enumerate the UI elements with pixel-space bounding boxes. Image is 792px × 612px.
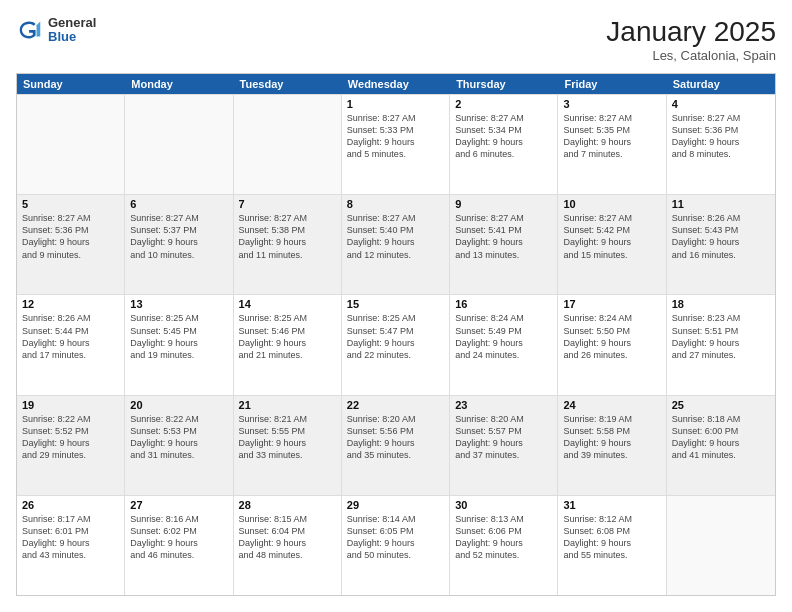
day-number: 27 <box>130 499 227 511</box>
day-info: Sunrise: 8:22 AM Sunset: 5:53 PM Dayligh… <box>130 413 227 462</box>
day-cell: 5Sunrise: 8:27 AM Sunset: 5:36 PM Daylig… <box>17 195 125 294</box>
day-number: 29 <box>347 499 444 511</box>
day-info: Sunrise: 8:12 AM Sunset: 6:08 PM Dayligh… <box>563 513 660 562</box>
day-cell: 22Sunrise: 8:20 AM Sunset: 5:56 PM Dayli… <box>342 396 450 495</box>
logo-text: General Blue <box>48 16 96 45</box>
day-info: Sunrise: 8:25 AM Sunset: 5:45 PM Dayligh… <box>130 312 227 361</box>
day-info: Sunrise: 8:18 AM Sunset: 6:00 PM Dayligh… <box>672 413 770 462</box>
header: General Blue January 2025 Les, Catalonia… <box>16 16 776 63</box>
day-cell: 4Sunrise: 8:27 AM Sunset: 5:36 PM Daylig… <box>667 95 775 194</box>
day-number: 5 <box>22 198 119 210</box>
day-info: Sunrise: 8:26 AM Sunset: 5:43 PM Dayligh… <box>672 212 770 261</box>
day-info: Sunrise: 8:24 AM Sunset: 5:49 PM Dayligh… <box>455 312 552 361</box>
day-info: Sunrise: 8:27 AM Sunset: 5:38 PM Dayligh… <box>239 212 336 261</box>
day-number: 21 <box>239 399 336 411</box>
week-row: 1Sunrise: 8:27 AM Sunset: 5:33 PM Daylig… <box>17 94 775 194</box>
day-info: Sunrise: 8:27 AM Sunset: 5:42 PM Dayligh… <box>563 212 660 261</box>
day-number: 13 <box>130 298 227 310</box>
day-info: Sunrise: 8:27 AM Sunset: 5:33 PM Dayligh… <box>347 112 444 161</box>
day-number: 18 <box>672 298 770 310</box>
day-cell: 23Sunrise: 8:20 AM Sunset: 5:57 PM Dayli… <box>450 396 558 495</box>
day-cell: 18Sunrise: 8:23 AM Sunset: 5:51 PM Dayli… <box>667 295 775 394</box>
day-info: Sunrise: 8:23 AM Sunset: 5:51 PM Dayligh… <box>672 312 770 361</box>
day-number: 8 <box>347 198 444 210</box>
day-number: 16 <box>455 298 552 310</box>
day-number: 6 <box>130 198 227 210</box>
day-number: 12 <box>22 298 119 310</box>
logo: General Blue <box>16 16 96 45</box>
day-info: Sunrise: 8:13 AM Sunset: 6:06 PM Dayligh… <box>455 513 552 562</box>
day-number: 15 <box>347 298 444 310</box>
day-info: Sunrise: 8:27 AM Sunset: 5:36 PM Dayligh… <box>22 212 119 261</box>
day-number: 2 <box>455 98 552 110</box>
day-cell <box>234 95 342 194</box>
day-info: Sunrise: 8:27 AM Sunset: 5:41 PM Dayligh… <box>455 212 552 261</box>
day-info: Sunrise: 8:27 AM Sunset: 5:37 PM Dayligh… <box>130 212 227 261</box>
logo-blue: Blue <box>48 30 96 44</box>
day-number: 4 <box>672 98 770 110</box>
day-cell: 9Sunrise: 8:27 AM Sunset: 5:41 PM Daylig… <box>450 195 558 294</box>
day-header: Sunday <box>17 74 125 94</box>
day-headers: SundayMondayTuesdayWednesdayThursdayFrid… <box>17 74 775 94</box>
day-cell <box>667 496 775 595</box>
day-info: Sunrise: 8:25 AM Sunset: 5:47 PM Dayligh… <box>347 312 444 361</box>
day-number: 31 <box>563 499 660 511</box>
day-info: Sunrise: 8:24 AM Sunset: 5:50 PM Dayligh… <box>563 312 660 361</box>
day-cell: 17Sunrise: 8:24 AM Sunset: 5:50 PM Dayli… <box>558 295 666 394</box>
day-number: 25 <box>672 399 770 411</box>
day-header: Monday <box>125 74 233 94</box>
day-cell: 10Sunrise: 8:27 AM Sunset: 5:42 PM Dayli… <box>558 195 666 294</box>
week-row: 19Sunrise: 8:22 AM Sunset: 5:52 PM Dayli… <box>17 395 775 495</box>
day-cell: 6Sunrise: 8:27 AM Sunset: 5:37 PM Daylig… <box>125 195 233 294</box>
location: Les, Catalonia, Spain <box>606 48 776 63</box>
week-row: 5Sunrise: 8:27 AM Sunset: 5:36 PM Daylig… <box>17 194 775 294</box>
week-row: 12Sunrise: 8:26 AM Sunset: 5:44 PM Dayli… <box>17 294 775 394</box>
day-cell: 30Sunrise: 8:13 AM Sunset: 6:06 PM Dayli… <box>450 496 558 595</box>
day-number: 9 <box>455 198 552 210</box>
calendar: SundayMondayTuesdayWednesdayThursdayFrid… <box>16 73 776 596</box>
day-cell <box>17 95 125 194</box>
day-cell: 28Sunrise: 8:15 AM Sunset: 6:04 PM Dayli… <box>234 496 342 595</box>
page: General Blue January 2025 Les, Catalonia… <box>0 0 792 612</box>
day-cell: 24Sunrise: 8:19 AM Sunset: 5:58 PM Dayli… <box>558 396 666 495</box>
day-cell: 21Sunrise: 8:21 AM Sunset: 5:55 PM Dayli… <box>234 396 342 495</box>
day-number: 19 <box>22 399 119 411</box>
title-area: January 2025 Les, Catalonia, Spain <box>606 16 776 63</box>
day-cell: 16Sunrise: 8:24 AM Sunset: 5:49 PM Dayli… <box>450 295 558 394</box>
day-cell: 20Sunrise: 8:22 AM Sunset: 5:53 PM Dayli… <box>125 396 233 495</box>
day-info: Sunrise: 8:20 AM Sunset: 5:57 PM Dayligh… <box>455 413 552 462</box>
day-cell: 19Sunrise: 8:22 AM Sunset: 5:52 PM Dayli… <box>17 396 125 495</box>
day-info: Sunrise: 8:15 AM Sunset: 6:04 PM Dayligh… <box>239 513 336 562</box>
day-number: 7 <box>239 198 336 210</box>
day-info: Sunrise: 8:27 AM Sunset: 5:40 PM Dayligh… <box>347 212 444 261</box>
day-number: 20 <box>130 399 227 411</box>
day-header: Friday <box>558 74 666 94</box>
day-cell: 31Sunrise: 8:12 AM Sunset: 6:08 PM Dayli… <box>558 496 666 595</box>
day-info: Sunrise: 8:26 AM Sunset: 5:44 PM Dayligh… <box>22 312 119 361</box>
day-header: Saturday <box>667 74 775 94</box>
day-number: 10 <box>563 198 660 210</box>
day-cell: 27Sunrise: 8:16 AM Sunset: 6:02 PM Dayli… <box>125 496 233 595</box>
day-info: Sunrise: 8:20 AM Sunset: 5:56 PM Dayligh… <box>347 413 444 462</box>
day-info: Sunrise: 8:19 AM Sunset: 5:58 PM Dayligh… <box>563 413 660 462</box>
weeks: 1Sunrise: 8:27 AM Sunset: 5:33 PM Daylig… <box>17 94 775 595</box>
day-number: 23 <box>455 399 552 411</box>
day-header: Tuesday <box>234 74 342 94</box>
day-info: Sunrise: 8:16 AM Sunset: 6:02 PM Dayligh… <box>130 513 227 562</box>
day-cell: 13Sunrise: 8:25 AM Sunset: 5:45 PM Dayli… <box>125 295 233 394</box>
month-title: January 2025 <box>606 16 776 48</box>
day-number: 1 <box>347 98 444 110</box>
day-info: Sunrise: 8:27 AM Sunset: 5:35 PM Dayligh… <box>563 112 660 161</box>
day-number: 24 <box>563 399 660 411</box>
day-header: Wednesday <box>342 74 450 94</box>
day-number: 30 <box>455 499 552 511</box>
day-info: Sunrise: 8:17 AM Sunset: 6:01 PM Dayligh… <box>22 513 119 562</box>
day-header: Thursday <box>450 74 558 94</box>
day-number: 3 <box>563 98 660 110</box>
day-cell: 25Sunrise: 8:18 AM Sunset: 6:00 PM Dayli… <box>667 396 775 495</box>
day-cell: 15Sunrise: 8:25 AM Sunset: 5:47 PM Dayli… <box>342 295 450 394</box>
day-cell: 11Sunrise: 8:26 AM Sunset: 5:43 PM Dayli… <box>667 195 775 294</box>
day-number: 11 <box>672 198 770 210</box>
day-cell: 12Sunrise: 8:26 AM Sunset: 5:44 PM Dayli… <box>17 295 125 394</box>
day-info: Sunrise: 8:27 AM Sunset: 5:34 PM Dayligh… <box>455 112 552 161</box>
